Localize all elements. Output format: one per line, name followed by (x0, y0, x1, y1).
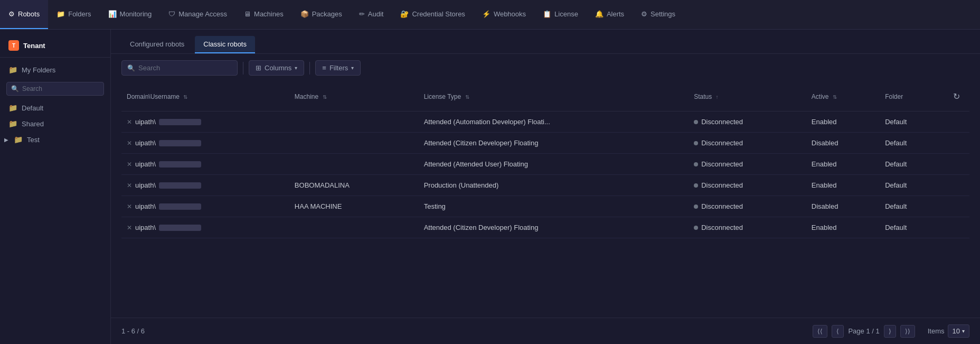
sidebar-search-container: 🔍 (6, 82, 104, 96)
table-row: ✕ uipath\ HAA MACHINE Testing Disconnect… (121, 196, 969, 217)
webhook-icon: ⚡ (482, 10, 491, 18)
sidebar-search-input[interactable] (22, 85, 99, 92)
table-row: ✕ uipath\ Attended (Automation Developer… (121, 111, 969, 133)
status-dot-0 (694, 120, 698, 124)
nav-webhooks[interactable]: ⚡ Webhooks (474, 0, 534, 29)
tenant-label: Tenant (23, 42, 45, 50)
col-header-machine[interactable]: Machine ⇅ (289, 82, 419, 111)
remove-icon-2[interactable]: ✕ (127, 161, 132, 168)
search-input[interactable] (138, 64, 232, 72)
remove-icon-4[interactable]: ✕ (127, 203, 132, 210)
last-page-button[interactable]: ⟩⟩ (900, 325, 915, 338)
robots-table: Domain\Username ⇅ Machine ⇅ License Type… (121, 82, 969, 238)
columns-button[interactable]: ⊞ Columns ▾ (249, 60, 304, 76)
nav-audit[interactable]: ✏ Audit (351, 0, 392, 29)
sort-icon-status: ↑ (716, 94, 719, 100)
username-text-0: uipath\ (135, 118, 156, 126)
remove-icon-0[interactable]: ✕ (127, 118, 132, 126)
prev-page-button[interactable]: ⟨ (832, 325, 844, 338)
cell-license-0: Attended (Automation Developer) Floati..… (419, 111, 689, 133)
cell-license-1: Attended (Citizen Developer) Floating (419, 133, 689, 154)
bell-icon: 🔔 (595, 10, 604, 18)
cell-actions-2 (944, 154, 969, 175)
sidebar: T Tenant 📁 My Folders 🔍 📁 Default 📁 Shar… (0, 30, 111, 344)
nav-packages[interactable]: 📦 Packages (292, 0, 351, 29)
toolbar-divider2 (309, 62, 310, 75)
username-text-1: uipath\ (135, 139, 156, 147)
nav-folders-label: Folders (68, 10, 91, 18)
top-nav: ⚙ Robots 📁 Folders 📊 Monitoring 🛡 Manage… (0, 0, 980, 30)
nav-manage-access[interactable]: 🛡 Manage Access (160, 0, 235, 29)
remove-icon-5[interactable]: ✕ (127, 224, 132, 231)
cell-machine-1 (289, 133, 419, 154)
col-header-status[interactable]: Status ↑ (689, 82, 806, 111)
cell-username-0: ✕ uipath\ (121, 111, 289, 133)
folder-icon-test: 📁 (14, 135, 23, 144)
username-text-2: uipath\ (135, 160, 156, 168)
nav-license-label: License (554, 10, 578, 18)
pagination-range: 1 - 6 / 6 (121, 327, 813, 335)
tenant-item[interactable]: T Tenant (0, 36, 110, 58)
sidebar-my-folders-label: My Folders (22, 66, 55, 74)
nav-credential-stores[interactable]: 🔐 Credential Stores (392, 0, 473, 29)
sidebar-item-default[interactable]: 📁 Default (0, 100, 110, 116)
nav-alerts[interactable]: 🔔 Alerts (587, 0, 633, 29)
username-blurred-2 (159, 161, 201, 168)
cell-machine-0 (289, 111, 419, 133)
items-per-page: Items 10 ▾ (928, 324, 969, 338)
package-icon: 📦 (300, 10, 309, 18)
items-select[interactable]: 10 ▾ (948, 324, 969, 338)
nav-license[interactable]: 📋 License (534, 0, 587, 29)
cell-status-2: Disconnected (689, 154, 806, 175)
sidebar-test-label: Test (27, 136, 40, 144)
refresh-button[interactable]: ↻ (949, 88, 964, 105)
page-label: Page 1 / 1 (848, 327, 879, 335)
nav-items: ⚙ Robots 📁 Folders 📊 Monitoring 🛡 Manage… (0, 0, 684, 29)
username-blurred-1 (159, 140, 201, 146)
remove-icon-1[interactable]: ✕ (127, 140, 132, 147)
col-license-label: License Type (424, 93, 461, 100)
cell-folder-2: Default (880, 154, 944, 175)
table-row: ✕ uipath\ Attended (Citizen Developer) F… (121, 217, 969, 238)
cell-active-5: Enabled (806, 217, 880, 238)
chevron-right-icon: ▶ (4, 137, 8, 143)
first-page-button[interactable]: ⟨⟨ (813, 325, 827, 338)
cell-machine-4: HAA MACHINE (289, 196, 419, 217)
next-page-button[interactable]: ⟩ (884, 325, 896, 338)
cell-status-1: Disconnected (689, 133, 806, 154)
robot-icon: ⚙ (8, 10, 15, 18)
cell-actions-1 (944, 133, 969, 154)
username-text-5: uipath\ (135, 224, 156, 231)
nav-monitoring[interactable]: 📊 Monitoring (100, 0, 161, 29)
remove-icon-3[interactable]: ✕ (127, 182, 132, 189)
folder-icon: 📁 (56, 10, 65, 18)
tab-configured-robots[interactable]: Configured robots (121, 36, 193, 53)
cell-folder-4: Default (880, 196, 944, 217)
sidebar-my-folders[interactable]: 📁 My Folders (0, 62, 110, 78)
search-box[interactable]: 🔍 (121, 60, 238, 76)
tab-classic-robots[interactable]: Classic robots (195, 36, 255, 53)
nav-folders[interactable]: 📁 Folders (48, 0, 99, 29)
filters-button[interactable]: ≡ Filters ▾ (315, 60, 361, 76)
sidebar-item-test[interactable]: ▶ 📁 Test (0, 132, 110, 147)
nav-robots[interactable]: ⚙ Robots (0, 0, 48, 29)
cell-username-3: ✕ uipath\ (121, 175, 289, 196)
col-header-license-type[interactable]: License Type ⇅ (419, 82, 689, 111)
nav-webhooks-label: Webhooks (494, 10, 526, 18)
nav-monitoring-label: Monitoring (120, 10, 152, 18)
cell-actions-4 (944, 196, 969, 217)
nav-settings[interactable]: ⚙ Settings (633, 0, 684, 29)
cell-machine-3: BOBOMADALINA (289, 175, 419, 196)
col-header-active[interactable]: Active ⇅ (806, 82, 880, 111)
sidebar-item-shared[interactable]: 📁 Shared (0, 116, 110, 132)
main-layout: T Tenant 📁 My Folders 🔍 📁 Default 📁 Shar… (0, 30, 980, 344)
col-header-username[interactable]: Domain\Username ⇅ (121, 82, 289, 111)
status-dot-3 (694, 183, 698, 188)
folder-icon-shared: 📁 (8, 119, 17, 128)
nav-machines[interactable]: 🖥 Machines (235, 0, 292, 29)
col-folder-label: Folder (885, 93, 903, 100)
col-header-refresh[interactable]: ↻ (944, 82, 969, 111)
table-row: ✕ uipath\ Attended (Attended User) Float… (121, 154, 969, 175)
username-blurred-0 (159, 119, 201, 125)
cell-active-1: Disabled (806, 133, 880, 154)
